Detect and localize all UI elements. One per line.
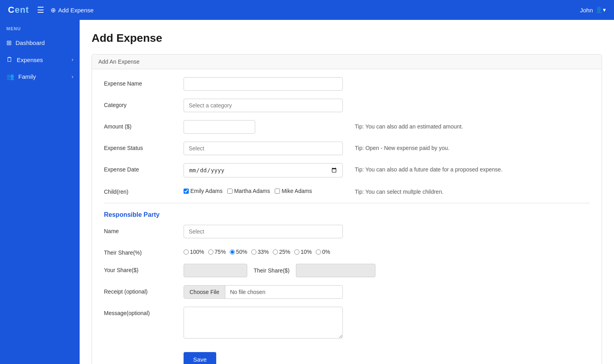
expense-date-tip: Tip: You can also add a future date for … bbox=[355, 163, 590, 173]
name-row: Name bbox=[104, 225, 590, 238]
expenses-icon: 🗒 bbox=[6, 56, 13, 63]
their-share-dollar-label: Their Share($) bbox=[254, 267, 289, 274]
expense-status-wrap bbox=[184, 142, 343, 155]
child-emily[interactable]: Emily Adams bbox=[184, 188, 223, 194]
child-martha-checkbox[interactable] bbox=[227, 189, 233, 194]
sidebar: MENU ⊞ Dashboard 🗒 Expenses › 👥 Family › bbox=[0, 20, 80, 364]
their-share-label: Their Share(%) bbox=[104, 246, 184, 256]
expense-date-label: Expense Date bbox=[104, 163, 184, 173]
expense-name-input[interactable] bbox=[184, 77, 343, 91]
share-inputs-row: Their Share($) bbox=[184, 264, 343, 277]
card-body: Expense Name Category Amount ($) bbox=[92, 69, 602, 364]
expense-status-input[interactable] bbox=[184, 142, 343, 155]
user-name: John bbox=[580, 7, 593, 14]
expense-name-label: Expense Name bbox=[104, 77, 184, 87]
category-label: Category bbox=[104, 99, 184, 108]
message-wrap bbox=[184, 307, 343, 340]
category-wrap bbox=[184, 99, 343, 112]
sidebar-item-family[interactable]: 👥 Family › bbox=[0, 68, 80, 85]
responsible-party-title: Responsible Party bbox=[104, 211, 590, 218]
name-input[interactable] bbox=[184, 225, 343, 238]
save-row: Save bbox=[104, 348, 590, 364]
share-100-label: 100% bbox=[190, 249, 204, 255]
share-dollar-row: Your Share($) Their Share($) bbox=[104, 264, 590, 277]
share-50-radio[interactable] bbox=[230, 249, 235, 255]
main-content: Add Expense Add An Expense Expense Name … bbox=[80, 20, 614, 364]
user-menu[interactable]: John 👤▾ bbox=[580, 6, 606, 14]
their-share-row: Their Share(%) 100% 75% 50% 33% 25% 10% … bbox=[104, 246, 590, 256]
share-0[interactable]: 0% bbox=[316, 249, 330, 255]
share-50[interactable]: 50% bbox=[230, 249, 247, 255]
sidebar-item-expenses-label: Expenses bbox=[17, 56, 43, 63]
menu-label: MENU bbox=[0, 26, 80, 34]
logo-c: C bbox=[8, 5, 15, 15]
amount-label: Amount ($) bbox=[104, 120, 184, 130]
their-share-dollar-input[interactable] bbox=[296, 264, 375, 277]
child-mike[interactable]: Mike Adams bbox=[275, 188, 312, 194]
children-wrap: Emily Adams Martha Adams Mike Adams bbox=[184, 185, 343, 194]
share-75[interactable]: 75% bbox=[208, 249, 226, 255]
child-emily-checkbox[interactable] bbox=[184, 189, 189, 194]
sidebar-item-expenses[interactable]: 🗒 Expenses › bbox=[0, 51, 80, 68]
file-name-display: No file chosen bbox=[225, 286, 342, 298]
receipt-row: Receipt (optional) Choose File No file c… bbox=[104, 285, 590, 299]
expense-status-tip: Tip: Open - New expense paid by you. bbox=[355, 142, 590, 151]
share-100[interactable]: 100% bbox=[184, 249, 204, 255]
sidebar-item-dashboard[interactable]: ⊞ Dashboard bbox=[0, 34, 80, 51]
dashboard-icon: ⊞ bbox=[6, 39, 12, 47]
share-0-radio[interactable] bbox=[316, 249, 321, 255]
your-share-input[interactable] bbox=[184, 264, 247, 277]
category-row: Category bbox=[104, 99, 590, 112]
share-10[interactable]: 10% bbox=[294, 249, 312, 255]
amount-tip: Tip: You can also add an estimated amoun… bbox=[355, 120, 590, 130]
your-share-label: Your Share($) bbox=[104, 264, 184, 273]
share-dollar-wrap: Their Share($) bbox=[184, 264, 343, 277]
file-input-wrap: Choose File No file chosen bbox=[184, 285, 343, 299]
share-33-radio[interactable] bbox=[251, 249, 256, 255]
share-25-label: 25% bbox=[279, 249, 290, 255]
name-wrap bbox=[184, 225, 343, 238]
amount-row: Amount ($) Tip: You can also add an esti… bbox=[104, 120, 590, 134]
save-btn-wrap: Save bbox=[184, 348, 216, 364]
add-expense-card: Add An Expense Expense Name Category bbox=[92, 54, 602, 364]
share-10-radio[interactable] bbox=[294, 249, 299, 255]
share-75-radio[interactable] bbox=[208, 249, 213, 255]
choose-file-button[interactable]: Choose File bbox=[184, 286, 225, 298]
add-expense-nav: ⊕ Add Expense bbox=[51, 6, 94, 14]
category-input[interactable] bbox=[184, 99, 343, 112]
child-martha[interactable]: Martha Adams bbox=[227, 188, 270, 194]
save-button[interactable]: Save bbox=[184, 352, 216, 364]
share-25-radio[interactable] bbox=[273, 249, 278, 255]
amount-input[interactable] bbox=[184, 120, 255, 134]
save-spacer bbox=[104, 348, 184, 351]
name-label: Name bbox=[104, 225, 184, 234]
add-expense-nav-label: Add Expense bbox=[58, 7, 94, 14]
receipt-label: Receipt (optional) bbox=[104, 285, 184, 295]
sidebar-item-dashboard-label: Dashboard bbox=[16, 39, 45, 46]
share-25[interactable]: 25% bbox=[273, 249, 290, 255]
family-chevron-icon: › bbox=[72, 74, 73, 80]
message-label: Message(optional) bbox=[104, 307, 184, 316]
card-header: Add An Expense bbox=[92, 55, 602, 69]
expense-status-label: Expense Status bbox=[104, 142, 184, 151]
share-33[interactable]: 33% bbox=[251, 249, 269, 255]
expense-date-row: Expense Date Tip: You can also add a fut… bbox=[104, 163, 590, 177]
share-100-radio[interactable] bbox=[184, 249, 189, 255]
expense-date-input[interactable] bbox=[184, 163, 343, 177]
hamburger-icon[interactable]: ☰ bbox=[37, 5, 44, 15]
logo-rest: ent bbox=[15, 5, 29, 15]
family-icon: 👥 bbox=[6, 73, 14, 80]
app-logo: Cent bbox=[8, 5, 29, 15]
top-nav: Cent ☰ ⊕ Add Expense John 👤▾ bbox=[0, 0, 614, 20]
amount-wrap bbox=[184, 120, 343, 134]
expense-status-row: Expense Status Tip: Open - New expense p… bbox=[104, 142, 590, 155]
child-mike-checkbox[interactable] bbox=[275, 189, 280, 194]
section-divider bbox=[104, 203, 590, 203]
their-share-wrap: 100% 75% 50% 33% 25% 10% 0% bbox=[184, 246, 343, 255]
children-checkboxes: Emily Adams Martha Adams Mike Adams bbox=[184, 185, 343, 194]
message-textarea[interactable] bbox=[184, 307, 343, 339]
message-row: Message(optional) bbox=[104, 307, 590, 340]
child-emily-label: Emily Adams bbox=[190, 188, 223, 194]
expenses-chevron-icon: › bbox=[72, 57, 73, 62]
share-50-label: 50% bbox=[236, 249, 247, 255]
